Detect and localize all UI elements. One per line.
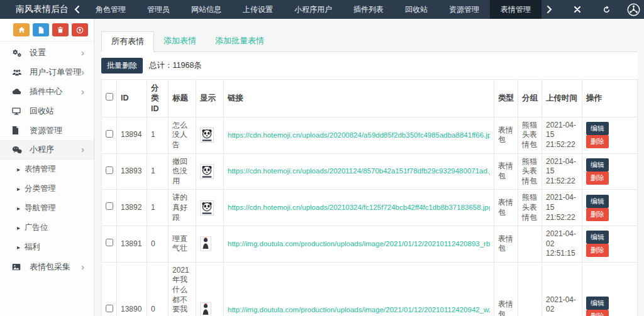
cell-id: 13893	[117, 153, 147, 190]
cell-group: 熊猫头表情包	[518, 153, 542, 190]
cell-link: http://img.doutula.com/production/upload…	[224, 226, 494, 263]
cell-type: 表情包	[494, 262, 518, 316]
chevron-right-icon: ›	[81, 145, 84, 154]
sidebar-subitem[interactable]: ▸广告位	[0, 218, 94, 237]
bulk-delete-button[interactable]: 批量删除	[101, 58, 143, 74]
cell-display	[196, 190, 224, 226]
delete-button[interactable]: 删除	[586, 172, 609, 185]
edit-button[interactable]: 编辑	[586, 297, 609, 310]
image-link[interactable]: http://img.doutula.com/production/upload…	[228, 239, 490, 249]
table-row: 13894 1 怎么没人告 https://cdn.hotemoji.cn/up…	[102, 117, 638, 153]
cell-type: 表情包	[494, 153, 518, 190]
edit-button[interactable]: 编辑	[586, 195, 609, 208]
tab[interactable]: 添加批量表情	[206, 31, 274, 52]
row-checkbox[interactable]	[106, 239, 113, 246]
table-row: 13890 0 2021年我什么都不要我只要看到这个表情 http://img.…	[102, 262, 638, 316]
sidebar-item[interactable]: 用户-订单管理›	[0, 62, 94, 82]
edit-button[interactable]: 编辑	[586, 158, 609, 172]
sidebar-subitem[interactable]: ▸导航管理	[0, 199, 94, 218]
cell-title: 理直气壮	[169, 226, 196, 263]
sidebar-item-label: 插件中心	[30, 86, 62, 97]
home-button[interactable]	[13, 23, 30, 36]
chevron-left-icon[interactable]	[69, 0, 85, 19]
topnav-item[interactable]: 回收站	[394, 0, 438, 19]
avatar[interactable]	[627, 3, 640, 16]
sidebar-item[interactable]: 插件中心›	[0, 82, 94, 101]
cell-type: 表情包	[494, 226, 518, 263]
tab[interactable]: 所有表情	[101, 31, 154, 52]
cell-actions: 编辑删除	[582, 226, 638, 263]
image-link[interactable]: http://img.doutula.com/production/upload…	[228, 305, 490, 315]
figure-thumb-icon	[200, 236, 219, 251]
sidebar-item-label: 回收站	[30, 106, 54, 117]
sidebar-item[interactable]: 资源管理	[0, 121, 94, 140]
column-header: 分类ID	[147, 80, 169, 117]
topnav-item[interactable]: 小程序用户	[284, 0, 343, 19]
image-link[interactable]: https://cdn.hotemoji.cn/uploads/20201124…	[228, 166, 490, 176]
delete-button[interactable]: 删除	[586, 208, 609, 221]
column-header: 显示	[196, 80, 224, 117]
cell-link: http://img.doutula.com/production/upload…	[224, 262, 494, 316]
trash-button[interactable]	[52, 23, 69, 36]
chevron-right-icon[interactable]	[541, 6, 558, 13]
chevron-right-icon: ›	[81, 87, 84, 96]
cell-title: 怎么没人告	[169, 117, 196, 153]
topbar: 南风表情后台 角色管理管理员网站信息上传设置小程序用户插件列表回收站资源管理表情…	[0, 0, 644, 19]
cell-id: 13890	[117, 262, 147, 316]
content-sheet: 批量删除 总计：11968条 ID分类ID标题显示链接类型分组上传时间操作 13…	[101, 52, 638, 316]
file-icon	[38, 26, 45, 34]
sidebar-item[interactable]: 回收站	[0, 101, 94, 121]
cell-title: 讲的真好跟	[169, 190, 196, 226]
select-all-checkbox[interactable]	[106, 93, 113, 101]
recycle-upload-button[interactable]	[72, 23, 88, 36]
cell-id: 13891	[117, 226, 147, 263]
tab[interactable]: 添加表情	[154, 31, 206, 52]
cell-group	[518, 226, 542, 263]
sidebar-subitem[interactable]: ▸分类管理	[0, 179, 94, 199]
delete-button[interactable]: 删除	[586, 310, 609, 316]
cell-upload-time: 2021-04-15 21:52:22	[542, 117, 582, 153]
topnav-item[interactable]: 插件列表	[343, 0, 394, 19]
cell-actions: 编辑删除	[582, 262, 638, 316]
delete-button[interactable]: 删除	[586, 135, 609, 148]
document-icon	[12, 126, 25, 134]
toolbar: 批量删除 总计：11968条	[101, 58, 638, 79]
cell-category-id: 0	[147, 226, 169, 263]
cell-id: 13894	[117, 117, 147, 153]
close-icon[interactable]	[569, 6, 586, 13]
cell-actions: 编辑删除	[582, 117, 638, 153]
sidebar-subitem[interactable]: ▸福利	[0, 237, 94, 257]
figure-thumb-icon	[200, 302, 219, 316]
sidebar-item[interactable]: 小程序›	[0, 140, 94, 160]
emoji-table: ID分类ID标题显示链接类型分组上传时间操作 13894 1 怎么没人告 htt…	[101, 79, 638, 316]
topbar-controls: 欢迎, admin ▾	[541, 0, 644, 19]
cell-category-id: 1	[147, 117, 169, 153]
edit-button[interactable]: 编辑	[586, 231, 609, 244]
topnav-item[interactable]: 表情管理	[490, 0, 541, 19]
sidebar-subitem-label: 表情管理	[25, 164, 56, 175]
edit-button[interactable]: 编辑	[586, 122, 609, 135]
sidebar-item[interactable]: 设置›	[0, 43, 94, 62]
delete-button[interactable]: 删除	[586, 244, 609, 257]
image-link[interactable]: https://cdn.hotemoji.cn/uploads/20200824…	[228, 131, 490, 140]
refresh-icon[interactable]	[597, 6, 616, 14]
row-checkbox[interactable]	[106, 202, 113, 210]
topnav-item[interactable]: 角色管理	[85, 0, 136, 19]
file-button[interactable]	[33, 23, 49, 36]
topnav-item[interactable]: 网站信息	[180, 0, 232, 19]
sidebar-subitem[interactable]: ▸表情管理	[0, 160, 94, 179]
row-checkbox[interactable]	[106, 130, 113, 138]
column-header: 标题	[169, 80, 196, 117]
row-checkbox[interactable]	[106, 305, 113, 312]
row-checkbox[interactable]	[106, 166, 113, 174]
app-title: 南风表情后台	[16, 0, 69, 19]
topnav-item[interactable]: 上传设置	[232, 0, 284, 19]
topnav-item[interactable]: 管理员	[136, 0, 180, 19]
column-header: 操作	[582, 80, 638, 117]
column-header: ID	[117, 80, 147, 117]
triangle-right-icon: ▸	[17, 224, 20, 231]
image-link[interactable]: https://cdn.hotemoji.cn/uploads/20210324…	[228, 203, 490, 212]
sidebar-item[interactable]: 表情包采集›	[0, 257, 94, 276]
cell-category-id: 0	[147, 262, 169, 316]
topnav-item[interactable]: 资源管理	[438, 0, 490, 19]
